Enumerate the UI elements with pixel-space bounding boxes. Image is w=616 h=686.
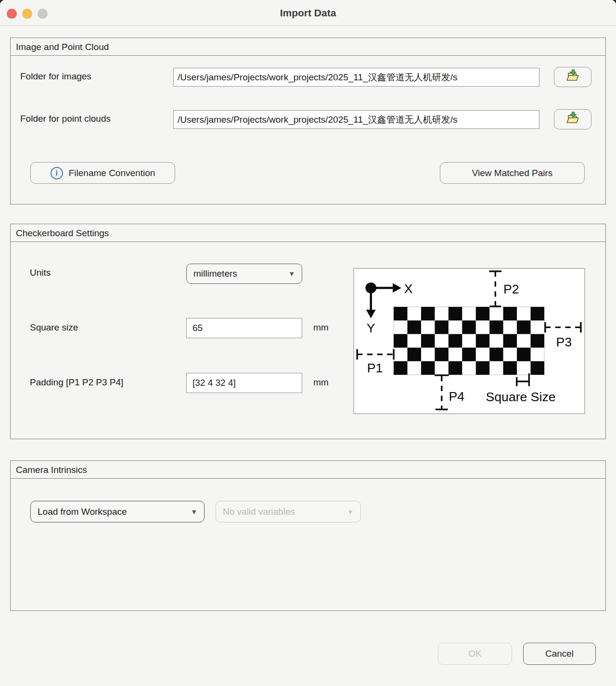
- checkerboard-diagram: X Y P2: [353, 268, 585, 414]
- square-size-label: Square size: [30, 322, 78, 333]
- folder-pointclouds-label: Folder for point clouds: [20, 114, 111, 124]
- camera-intrinsics-section: Camera Intrinsics: [10, 460, 606, 611]
- intrinsics-source-value: Load from Workspace: [38, 507, 127, 517]
- folder-images-input[interactable]: [173, 68, 539, 87]
- section-title: Image and Point Cloud: [11, 38, 605, 56]
- ok-label: OK: [468, 648, 481, 659]
- units-selected-value: millimeters: [193, 268, 237, 279]
- section-title: Checkerboard Settings: [11, 224, 605, 242]
- p1-label: P1: [367, 361, 383, 375]
- import-data-dialog: Import Data Image and Point Cloud Folder…: [0, 0, 616, 686]
- units-label: Units: [30, 267, 51, 278]
- title-bar: Import Data: [0, 0, 616, 26]
- y-axis-label: Y: [367, 321, 375, 335]
- folder-pointclouds-input[interactable]: [173, 110, 539, 129]
- filename-convention-label: Filename Convention: [69, 168, 155, 178]
- cancel-label: Cancel: [545, 648, 574, 659]
- section-title: Camera Intrinsics: [11, 461, 605, 479]
- intrinsics-variables-dropdown: No valid variables ▼: [216, 501, 361, 522]
- square-size-caption: Square Size: [486, 390, 556, 404]
- padding-unit: mm: [313, 377, 329, 388]
- browse-pointclouds-button[interactable]: [554, 109, 591, 129]
- p3-label: P3: [556, 335, 572, 349]
- view-matched-pairs-label: View Matched Pairs: [472, 168, 553, 178]
- chevron-down-icon: ▼: [347, 508, 354, 516]
- x-axis-label: X: [404, 281, 413, 296]
- filename-convention-button[interactable]: i Filename Convention: [30, 162, 175, 184]
- chevron-down-icon: ▼: [191, 508, 197, 516]
- square-size-unit: mm: [313, 322, 329, 333]
- open-folder-icon: [565, 112, 580, 127]
- folder-images-label: Folder for images: [20, 71, 91, 82]
- square-size-input[interactable]: [186, 318, 302, 338]
- cancel-button[interactable]: Cancel: [523, 643, 596, 665]
- open-folder-icon: [565, 69, 580, 85]
- window-title: Import Data: [0, 0, 616, 26]
- ok-button: OK: [438, 643, 512, 665]
- view-matched-pairs-button[interactable]: View Matched Pairs: [440, 162, 585, 184]
- padding-input[interactable]: [186, 373, 302, 393]
- chevron-down-icon: ▼: [288, 270, 295, 278]
- padding-label: Padding [P1 P2 P3 P4]: [30, 377, 123, 388]
- info-icon: i: [51, 167, 63, 179]
- intrinsics-source-dropdown[interactable]: Load from Workspace ▼: [30, 501, 205, 522]
- p4-label: P4: [449, 389, 465, 404]
- browse-images-button[interactable]: [554, 67, 591, 87]
- p2-label: P2: [503, 282, 519, 296]
- intrinsics-variables-value: No valid variables: [223, 507, 295, 517]
- units-dropdown[interactable]: millimeters ▼: [186, 264, 302, 284]
